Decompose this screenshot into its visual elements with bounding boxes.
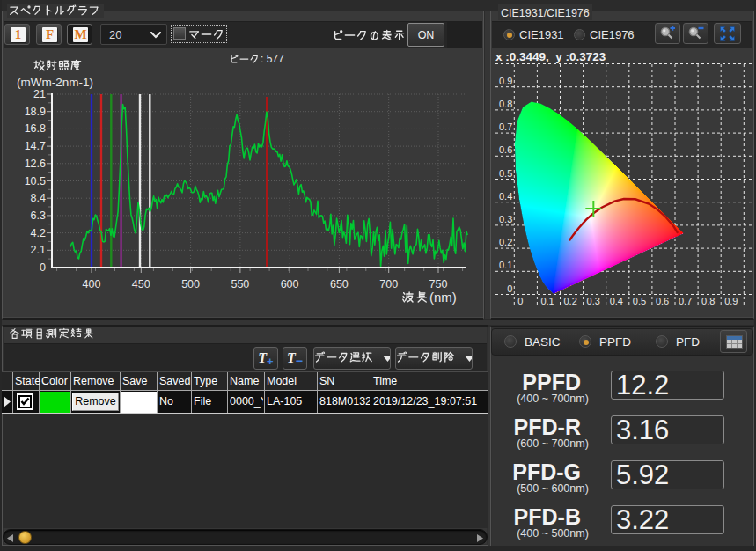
svg-text:12.6: 12.6 [25, 158, 46, 170]
svg-text:600: 600 [281, 278, 299, 290]
svg-text:400: 400 [83, 278, 101, 290]
svg-text:6.3: 6.3 [31, 209, 46, 222]
svg-text:14.7: 14.7 [25, 140, 46, 152]
svg-text:18.9: 18.9 [25, 106, 46, 118]
svg-text:650: 650 [330, 278, 349, 290]
svg-text:550: 550 [231, 278, 249, 290]
svg-text:16.8: 16.8 [25, 122, 46, 135]
svg-text:450: 450 [132, 278, 150, 290]
svg-text:0: 0 [40, 261, 46, 274]
svg-text:10.5: 10.5 [25, 175, 46, 187]
svg-text:4.2: 4.2 [31, 227, 46, 239]
svg-text:500: 500 [181, 278, 200, 290]
svg-text:700: 700 [379, 278, 398, 290]
svg-text:8.4: 8.4 [31, 192, 46, 204]
svg-text:2.1: 2.1 [31, 244, 46, 256]
svg-text:21: 21 [33, 88, 46, 100]
svg-text:750: 750 [429, 278, 448, 290]
